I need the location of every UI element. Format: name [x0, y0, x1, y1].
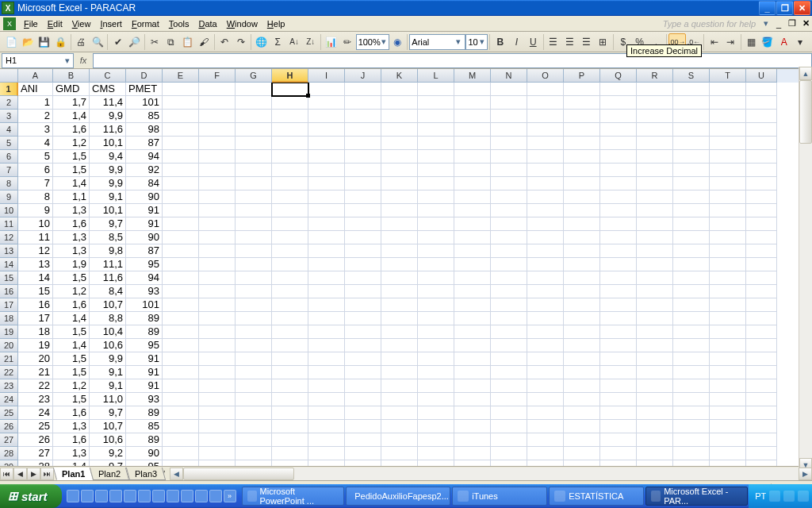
- cell[interactable]: [637, 312, 673, 325]
- cell[interactable]: 1,5: [53, 325, 90, 339]
- cell[interactable]: [710, 110, 746, 123]
- cell[interactable]: [381, 325, 418, 339]
- cell[interactable]: [673, 447, 710, 460]
- cell[interactable]: [236, 150, 272, 164]
- cell[interactable]: 9: [18, 204, 53, 217]
- cell[interactable]: [491, 271, 527, 285]
- cell[interactable]: [236, 352, 272, 366]
- cell[interactable]: [491, 204, 527, 217]
- cell[interactable]: [236, 379, 272, 393]
- cell[interactable]: [163, 244, 199, 258]
- cell[interactable]: [418, 379, 454, 393]
- bold-button[interactable]: B: [492, 33, 508, 51]
- cell[interactable]: [637, 164, 673, 177]
- restore-button[interactable]: ❐: [776, 1, 793, 15]
- cell[interactable]: [600, 123, 637, 137]
- cell[interactable]: [454, 325, 491, 339]
- cell[interactable]: [564, 137, 600, 150]
- cell[interactable]: [345, 110, 381, 123]
- cell[interactable]: [272, 110, 308, 123]
- cell[interactable]: [163, 110, 199, 123]
- cell[interactable]: [199, 164, 236, 177]
- align-center-button[interactable]: ☰: [561, 33, 578, 51]
- cell[interactable]: 9,9: [90, 164, 126, 177]
- cell[interactable]: [199, 123, 236, 137]
- cell[interactable]: [454, 83, 491, 96]
- cell[interactable]: [600, 460, 637, 466]
- cell[interactable]: 15: [18, 285, 53, 298]
- cell[interactable]: [564, 258, 600, 271]
- cell[interactable]: [454, 433, 491, 447]
- cell[interactable]: [673, 137, 710, 150]
- cell[interactable]: [637, 204, 673, 217]
- cell[interactable]: 91: [126, 204, 163, 217]
- copy-button[interactable]: ⧉: [163, 33, 180, 51]
- taskbar-button[interactable]: ESTATÍSTICA: [549, 487, 644, 506]
- cell[interactable]: [600, 285, 637, 298]
- cell[interactable]: [491, 433, 527, 447]
- cell[interactable]: [418, 406, 454, 420]
- cell[interactable]: 10,7: [90, 420, 126, 433]
- cell[interactable]: [381, 285, 418, 298]
- cell[interactable]: [746, 110, 777, 123]
- cell[interactable]: [236, 339, 272, 352]
- cell[interactable]: [163, 406, 199, 420]
- cell[interactable]: 9,2: [90, 447, 126, 460]
- cell[interactable]: [454, 190, 491, 204]
- cell[interactable]: 1,1: [53, 190, 90, 204]
- cell[interactable]: [637, 298, 673, 312]
- cell[interactable]: 9,7: [90, 406, 126, 420]
- cell[interactable]: [637, 379, 673, 393]
- ql-icon[interactable]: [167, 490, 179, 502]
- cell[interactable]: [673, 96, 710, 110]
- ql-icon[interactable]: [152, 490, 165, 502]
- cell[interactable]: [637, 285, 673, 298]
- cell[interactable]: [746, 379, 777, 393]
- redo-button[interactable]: ↷: [233, 33, 250, 51]
- cell[interactable]: [454, 217, 491, 231]
- start-button[interactable]: ⊞start: [0, 484, 62, 508]
- cell[interactable]: [491, 177, 527, 190]
- cell[interactable]: [272, 352, 308, 366]
- cell[interactable]: [746, 164, 777, 177]
- cell[interactable]: [418, 366, 454, 379]
- cell[interactable]: [527, 312, 564, 325]
- cell[interactable]: 27: [18, 447, 53, 460]
- cell[interactable]: [418, 393, 454, 406]
- cell[interactable]: [418, 433, 454, 447]
- cell[interactable]: [673, 123, 710, 137]
- cell[interactable]: 91: [126, 352, 163, 366]
- cell[interactable]: [236, 271, 272, 285]
- row-header-8[interactable]: 8: [0, 177, 18, 190]
- cell[interactable]: [163, 325, 199, 339]
- cell[interactable]: [272, 325, 308, 339]
- cell[interactable]: [527, 96, 564, 110]
- cell[interactable]: [527, 150, 564, 164]
- cell[interactable]: [746, 204, 777, 217]
- cell[interactable]: [163, 339, 199, 352]
- cell[interactable]: [600, 420, 637, 433]
- font-color-button[interactable]: A: [776, 33, 792, 51]
- cell[interactable]: [600, 447, 637, 460]
- cell[interactable]: 9,4: [90, 150, 126, 164]
- cell[interactable]: [272, 244, 308, 258]
- row-header-7[interactable]: 7: [0, 164, 18, 177]
- hyperlink-button[interactable]: 🌐: [253, 33, 270, 51]
- cell[interactable]: [710, 271, 746, 285]
- cell[interactable]: [491, 110, 527, 123]
- toolbar-options-button[interactable]: ▾: [792, 33, 809, 51]
- cell[interactable]: [199, 83, 236, 96]
- cell[interactable]: [673, 433, 710, 447]
- cell[interactable]: 1,3: [53, 420, 90, 433]
- cell[interactable]: [308, 96, 345, 110]
- cell[interactable]: [418, 177, 454, 190]
- font-combo[interactable]: Arial▾: [409, 34, 465, 50]
- cell[interactable]: [345, 285, 381, 298]
- cell[interactable]: [345, 190, 381, 204]
- cell[interactable]: 85: [126, 420, 163, 433]
- cell[interactable]: [527, 460, 564, 466]
- cell[interactable]: 13: [18, 258, 53, 271]
- cell[interactable]: [673, 393, 710, 406]
- language-indicator[interactable]: PT: [755, 491, 766, 501]
- cell[interactable]: [199, 339, 236, 352]
